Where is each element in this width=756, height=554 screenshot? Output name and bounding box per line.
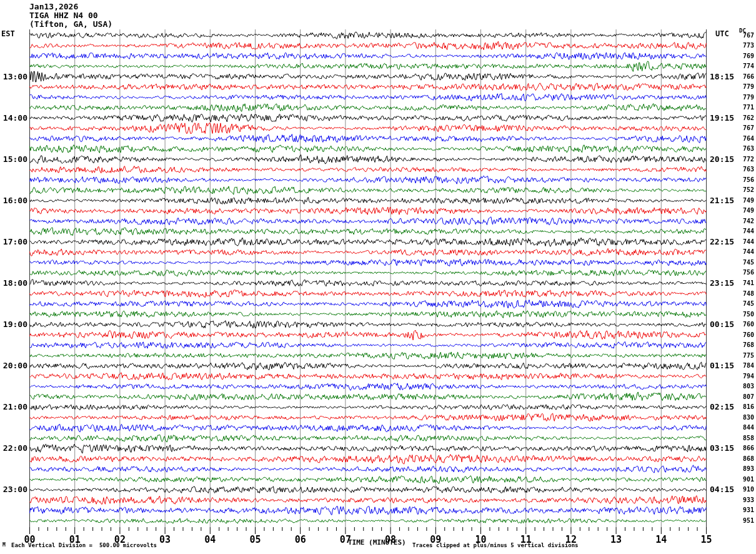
dc-value: 772 — [737, 156, 754, 163]
dc-value: 750 — [737, 311, 754, 318]
dc-value: 762 — [737, 114, 754, 121]
utc-axis-header: UTC — [715, 30, 729, 38]
dc-value: 752 — [737, 186, 754, 193]
dc-value: 868 — [737, 455, 754, 462]
dc-value: 779 — [737, 83, 754, 90]
dc-value: 742 — [737, 218, 754, 224]
dc-value: 749 — [737, 207, 754, 214]
dc-value: 771 — [737, 104, 754, 111]
dc-value: 830 — [737, 414, 754, 421]
dc-value: 784 — [737, 362, 754, 369]
dc-value: 775 — [737, 352, 754, 359]
dc-value: 764 — [737, 135, 754, 142]
scale-note: Each Vertical Division = 500.00 microvol… — [11, 543, 157, 549]
est-hour-label: 22:00 — [0, 443, 27, 453]
utc-hour-label: 19:15 — [710, 113, 734, 123]
dc-value: 741 — [737, 280, 754, 286]
dc-value: 768 — [737, 341, 754, 348]
dc-value: 760 — [737, 321, 754, 328]
x-tick-label: 03 — [156, 534, 174, 545]
est-hour-label: 23:00 — [0, 485, 27, 494]
dc-value: 779 — [737, 94, 754, 101]
dc-value: 844 — [737, 424, 754, 431]
dc-value: 756 — [737, 269, 754, 276]
utc-hour-label: 21:15 — [710, 196, 734, 205]
dc-value: 766 — [737, 73, 754, 80]
est-hour-label: 17:00 — [0, 237, 27, 246]
dc-value: 767 — [737, 32, 754, 39]
utc-hour-label: 04:15 — [710, 485, 734, 494]
est-axis-header: EST — [1, 30, 15, 38]
corner-mark: M — [2, 543, 6, 548]
dc-value: 767 — [737, 124, 754, 131]
dc-value: 756 — [737, 176, 754, 183]
utc-hour-label: 01:15 — [710, 361, 734, 370]
dc-value: 763 — [737, 145, 754, 152]
dc-value: 773 — [737, 42, 754, 49]
utc-hour-label: 03:15 — [710, 443, 734, 453]
dc-value: 744 — [737, 228, 754, 234]
dc-value: 951 — [737, 517, 754, 524]
dc-value: 931 — [737, 506, 754, 513]
x-tick-label: 04 — [201, 534, 219, 545]
est-hour-label: 18:00 — [0, 278, 27, 288]
utc-hour-label: 00:15 — [710, 320, 734, 329]
dc-value: 910 — [737, 486, 754, 493]
dc-value: 807 — [737, 393, 754, 400]
x-tick-label: 05 — [247, 534, 264, 545]
dc-value: 858 — [737, 435, 754, 441]
dc-value: 745 — [737, 300, 754, 307]
utc-hour-label: 23:15 — [710, 278, 734, 288]
dc-value: 794 — [737, 373, 754, 380]
dc-value: 748 — [737, 290, 754, 297]
utc-hour-label: 20:15 — [710, 154, 734, 164]
x-tick-label: 14 — [652, 534, 670, 545]
seismogram-traces-canvas — [0, 0, 756, 554]
dc-value: 744 — [737, 248, 754, 255]
utc-hour-label: 02:15 — [710, 402, 734, 411]
dc-value: 774 — [737, 63, 754, 69]
est-hour-label: 14:00 — [0, 113, 27, 123]
dc-value: 749 — [737, 197, 754, 204]
est-hour-label: 15:00 — [0, 154, 27, 164]
dc-value: 893 — [737, 465, 754, 472]
x-axis-title: TIME (MINUTES) — [348, 539, 406, 546]
dc-value: 866 — [737, 445, 754, 451]
est-hour-label: 19:00 — [0, 320, 27, 329]
dc-value: 769 — [737, 53, 754, 59]
dc-value: 933 — [737, 496, 754, 503]
dc-value: 803 — [737, 383, 754, 390]
est-hour-label: 21:00 — [0, 402, 27, 411]
dc-value: 744 — [737, 238, 754, 245]
dc-value: 816 — [737, 403, 754, 410]
helicorder-screen: Jan13,2026 TIGA HHZ N4 00 (Tifton, GA, U… — [0, 0, 756, 554]
est-hour-label: 20:00 — [0, 361, 27, 370]
est-hour-label: 16:00 — [0, 196, 27, 205]
dc-value: 745 — [737, 259, 754, 266]
x-tick-label: 15 — [698, 534, 715, 545]
utc-hour-label: 18:15 — [710, 72, 734, 81]
dc-value: 763 — [737, 166, 754, 173]
clipping-note: Traces clipped at plus/minus 5 vertical … — [412, 543, 579, 549]
dc-value: 760 — [737, 331, 754, 338]
dc-value: 901 — [737, 476, 754, 483]
est-hour-label: 13:00 — [0, 72, 27, 81]
header-location: (Tifton, GA, USA) — [29, 20, 112, 29]
x-tick-label: 06 — [292, 534, 309, 545]
utc-hour-label: 22:15 — [710, 237, 734, 246]
x-tick-label: 13 — [607, 534, 625, 545]
